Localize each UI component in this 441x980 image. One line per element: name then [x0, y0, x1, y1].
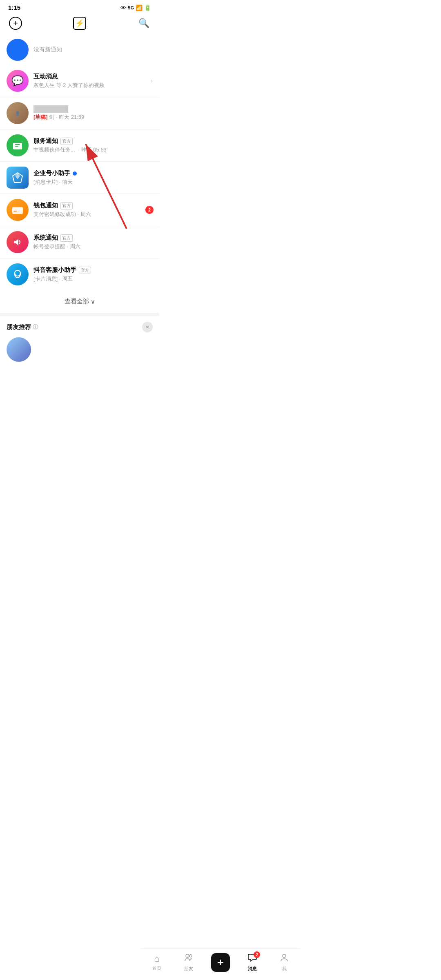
- friend-preview: [7, 337, 153, 362]
- svg-rect-10: [20, 273, 21, 276]
- interactive-subtitle: 灰色人生 等 2 人赞了你的视频: [33, 82, 147, 89]
- draft-content: ████████ [草稿] 剑 · 昨天 21:59: [33, 105, 153, 121]
- service-title: 服务通知 官方: [33, 137, 153, 145]
- status-bar: 1:15 👁 5G 📶 🔋: [0, 0, 159, 13]
- wallet-item[interactable]: 钱包通知 官方 支付密码修改成功 · 周六 2: [0, 194, 159, 226]
- signal-icon: 📶: [136, 4, 143, 11]
- headset-icon: [12, 269, 23, 280]
- search-button[interactable]: 🔍: [136, 16, 151, 31]
- customer-title: 抖音客服小助手 官方: [33, 266, 153, 274]
- wallet-subtitle: 支付密码修改成功 · 周六: [33, 211, 153, 218]
- draft-user-item[interactable]: 👤 ████████ [草稿] 剑 · 昨天 21:59: [0, 97, 159, 129]
- customer-subtitle: [卡片消息] · 周五: [33, 275, 153, 283]
- 5g-icon: 5G: [128, 5, 134, 10]
- service-subtitle: 中视频伙伴任务... · 昨天 05:53: [33, 146, 153, 154]
- interactive-title: 互动消息: [33, 73, 147, 80]
- enterprise-content: 企业号小助手 [消息卡片] · 前天: [33, 169, 153, 186]
- draft-subtitle: [草稿] 剑 · 昨天 21:59: [33, 114, 153, 121]
- wallet-badge: 2: [145, 206, 154, 214]
- eye-icon: 👁: [120, 4, 126, 11]
- system-notif-item[interactable]: 系统通知 官方 帐号登录提醒 · 周六: [0, 226, 159, 258]
- info-icon: ⓘ: [33, 323, 38, 331]
- svg-rect-5: [12, 207, 23, 214]
- wallet-avatar: [7, 199, 29, 221]
- notification-list: 没有新通知 💬 互动消息 灰色人生 等 2 人赞了你的视频 › 👤 ██████: [0, 35, 159, 290]
- wallet-title: 钱包通知 官方: [33, 202, 153, 209]
- svg-rect-2: [15, 146, 18, 147]
- enterprise-title: 企业号小助手: [33, 169, 153, 177]
- plus-icon: +: [9, 17, 22, 30]
- system-subtitle: 帐号登录提醒 · 周六: [33, 243, 153, 250]
- interactive-messages-item[interactable]: 💬 互动消息 灰色人生 等 2 人赞了你的视频 ›: [0, 65, 159, 97]
- close-icon: ×: [146, 324, 149, 330]
- customer-content: 抖音客服小助手 官方 [卡片消息] · 周五: [33, 266, 153, 283]
- flash-button[interactable]: ⚡: [72, 16, 87, 31]
- system-content: 系统通知 官方 帐号登录提醒 · 周六: [33, 234, 153, 250]
- flash-icon: ⚡: [73, 17, 86, 30]
- svg-rect-6: [12, 208, 23, 210]
- diamond-icon: [11, 171, 24, 184]
- official-tag: 官方: [60, 138, 73, 145]
- service-notif-item[interactable]: 服务通知 官方 中视频伙伴任务... · 昨天 05:53: [0, 129, 159, 162]
- inbox-icon: [12, 140, 23, 151]
- system-title: 系统通知 官方: [33, 234, 153, 242]
- enterprise-avatar: [7, 167, 29, 189]
- service-avatar: [7, 134, 29, 156]
- chevron-down-icon: ∨: [91, 298, 95, 305]
- friend-header: 朋友推荐 ⓘ ×: [7, 322, 153, 332]
- add-button[interactable]: +: [8, 16, 23, 31]
- status-icons: 👁 5G 📶 🔋: [120, 4, 151, 11]
- friend-title: 朋友推荐 ⓘ: [7, 323, 38, 331]
- interactive-content: 互动消息 灰色人生 等 2 人赞了你的视频: [33, 73, 147, 89]
- svg-rect-9: [14, 273, 16, 276]
- enterprise-item[interactable]: 企业号小助手 [消息卡片] · 前天: [0, 162, 159, 194]
- svg-rect-1: [15, 144, 20, 145]
- customer-official-tag: 官方: [79, 267, 91, 274]
- system-avatar: [7, 231, 29, 253]
- battery-icon: 🔋: [144, 4, 151, 11]
- blue-dot-indicator: [73, 172, 77, 176]
- draft-user-avatar: 👤: [7, 102, 29, 124]
- interactive-avatar: 💬: [7, 70, 29, 92]
- section-divider: [0, 313, 159, 316]
- speaker-icon: [12, 236, 23, 248]
- wallet-official-tag: 官方: [60, 202, 73, 209]
- toolbar: + ⚡ 🔍: [0, 13, 159, 35]
- svg-rect-7: [13, 211, 17, 212]
- search-icon: 🔍: [138, 18, 149, 29]
- no-notif-avatar: [7, 39, 29, 61]
- no-notif-text: 没有新通知: [33, 46, 62, 53]
- view-all-button[interactable]: 查看全部 ∨: [0, 290, 159, 313]
- svg-point-8: [15, 270, 20, 276]
- close-friend-section-button[interactable]: ×: [142, 322, 153, 332]
- wallet-icon: [12, 205, 23, 214]
- customer-avatar: [7, 263, 29, 285]
- friend-section: 朋友推荐 ⓘ ×: [0, 316, 159, 366]
- system-official-tag: 官方: [60, 234, 73, 242]
- chevron-right-icon: ›: [151, 77, 153, 85]
- service-content: 服务通知 官方 中视频伙伴任务... · 昨天 05:53: [33, 137, 153, 154]
- no-notification-row: 没有新通知: [0, 35, 159, 65]
- customer-service-item[interactable]: 抖音客服小助手 官方 [卡片消息] · 周五: [0, 258, 159, 290]
- draft-title: ████████: [33, 105, 153, 112]
- enterprise-subtitle: [消息卡片] · 前天: [33, 178, 153, 186]
- friend-avatar-1: [7, 337, 31, 362]
- status-time: 1:15: [8, 4, 20, 11]
- wallet-content: 钱包通知 官方 支付密码修改成功 · 周六: [33, 202, 153, 218]
